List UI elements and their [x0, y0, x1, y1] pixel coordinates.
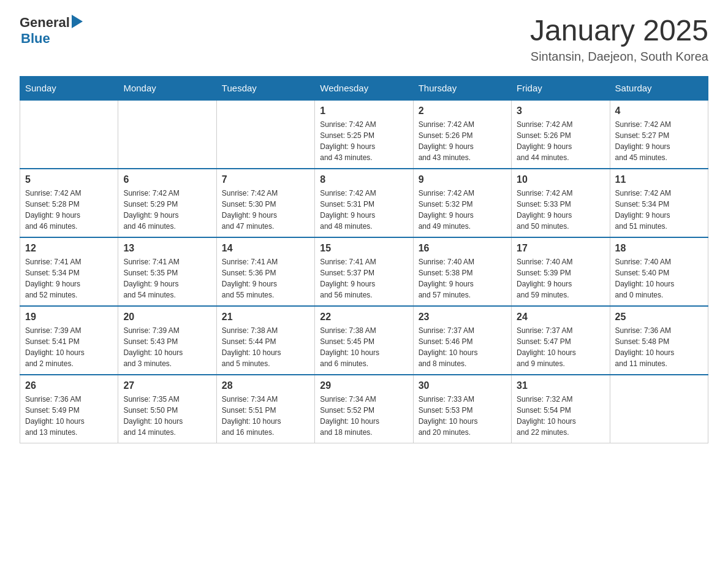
table-row: 21Sunrise: 7:38 AM Sunset: 5:44 PM Dayli… [216, 306, 314, 375]
day-info: Sunrise: 7:42 AM Sunset: 5:32 PM Dayligh… [419, 188, 506, 232]
calendar-header: Sunday Monday Tuesday Wednesday Thursday… [20, 76, 708, 100]
table-row: 31Sunrise: 7:32 AM Sunset: 5:54 PM Dayli… [512, 375, 610, 443]
table-row: 9Sunrise: 7:42 AM Sunset: 5:32 PM Daylig… [413, 169, 511, 237]
table-row: 17Sunrise: 7:40 AM Sunset: 5:39 PM Dayli… [512, 237, 610, 306]
day-info: Sunrise: 7:38 AM Sunset: 5:44 PM Dayligh… [222, 325, 309, 369]
table-row: 19Sunrise: 7:39 AM Sunset: 5:41 PM Dayli… [20, 306, 118, 375]
day-info: Sunrise: 7:40 AM Sunset: 5:38 PM Dayligh… [419, 256, 506, 301]
table-row: 11Sunrise: 7:42 AM Sunset: 5:34 PM Dayli… [610, 169, 708, 237]
day-info: Sunrise: 7:42 AM Sunset: 5:34 PM Dayligh… [615, 188, 703, 232]
table-row: 2Sunrise: 7:42 AM Sunset: 5:26 PM Daylig… [413, 100, 511, 169]
day-number: 22 [320, 312, 408, 323]
day-info: Sunrise: 7:39 AM Sunset: 5:43 PM Dayligh… [123, 325, 211, 369]
day-number: 6 [123, 174, 211, 185]
day-info: Sunrise: 7:41 AM Sunset: 5:35 PM Dayligh… [123, 256, 211, 301]
day-info: Sunrise: 7:42 AM Sunset: 5:27 PM Dayligh… [615, 119, 703, 163]
day-info: Sunrise: 7:42 AM Sunset: 5:25 PM Dayligh… [320, 119, 408, 163]
table-row: 24Sunrise: 7:37 AM Sunset: 5:47 PM Dayli… [512, 306, 610, 375]
day-number: 21 [222, 312, 309, 323]
table-row [20, 100, 118, 169]
day-number: 18 [615, 243, 703, 254]
day-info: Sunrise: 7:42 AM Sunset: 5:29 PM Dayligh… [123, 188, 211, 232]
table-row: 29Sunrise: 7:34 AM Sunset: 5:52 PM Dayli… [315, 375, 413, 443]
day-number: 19 [25, 312, 113, 323]
day-info: Sunrise: 7:41 AM Sunset: 5:36 PM Dayligh… [222, 256, 309, 301]
day-number: 3 [517, 105, 604, 117]
day-number: 10 [517, 174, 604, 185]
table-row: 7Sunrise: 7:42 AM Sunset: 5:30 PM Daylig… [216, 169, 314, 237]
table-row [216, 100, 314, 169]
day-number: 15 [320, 243, 408, 254]
day-number: 20 [123, 312, 211, 323]
table-row: 27Sunrise: 7:35 AM Sunset: 5:50 PM Dayli… [118, 375, 216, 443]
day-info: Sunrise: 7:35 AM Sunset: 5:50 PM Dayligh… [123, 394, 211, 438]
header-saturday: Saturday [610, 76, 708, 100]
table-row: 13Sunrise: 7:41 AM Sunset: 5:35 PM Dayli… [118, 237, 216, 306]
table-row: 30Sunrise: 7:33 AM Sunset: 5:53 PM Dayli… [413, 375, 511, 443]
table-row: 18Sunrise: 7:40 AM Sunset: 5:40 PM Dayli… [610, 237, 708, 306]
title-section: January 2025 Sintansin, Daejeon, South K… [530, 15, 708, 64]
table-row: 20Sunrise: 7:39 AM Sunset: 5:43 PM Dayli… [118, 306, 216, 375]
day-info: Sunrise: 7:42 AM Sunset: 5:26 PM Dayligh… [419, 119, 506, 163]
day-info: Sunrise: 7:39 AM Sunset: 5:41 PM Dayligh… [25, 325, 113, 369]
table-row: 8Sunrise: 7:42 AM Sunset: 5:31 PM Daylig… [315, 169, 413, 237]
day-info: Sunrise: 7:42 AM Sunset: 5:33 PM Dayligh… [517, 188, 604, 232]
day-info: Sunrise: 7:40 AM Sunset: 5:39 PM Dayligh… [517, 256, 604, 301]
day-number: 4 [615, 105, 703, 117]
day-number: 12 [25, 243, 113, 254]
day-number: 1 [320, 105, 408, 117]
day-info: Sunrise: 7:33 AM Sunset: 5:53 PM Dayligh… [419, 394, 506, 438]
table-row: 28Sunrise: 7:34 AM Sunset: 5:51 PM Dayli… [216, 375, 314, 443]
table-row [610, 375, 708, 443]
day-number: 24 [517, 312, 604, 323]
header-friday: Friday [512, 76, 610, 100]
day-number: 30 [419, 380, 506, 391]
day-number: 16 [419, 243, 506, 254]
logo-text-general: General [20, 15, 70, 31]
day-number: 13 [123, 243, 211, 254]
table-row: 23Sunrise: 7:37 AM Sunset: 5:46 PM Dayli… [413, 306, 511, 375]
day-number: 14 [222, 243, 309, 254]
day-info: Sunrise: 7:37 AM Sunset: 5:46 PM Dayligh… [419, 325, 506, 369]
header-sunday: Sunday [20, 76, 118, 100]
page-header: General Blue January 2025 Sintansin, Dae… [20, 15, 708, 64]
table-row: 16Sunrise: 7:40 AM Sunset: 5:38 PM Dayli… [413, 237, 511, 306]
day-number: 9 [419, 174, 506, 185]
day-info: Sunrise: 7:38 AM Sunset: 5:45 PM Dayligh… [320, 325, 408, 369]
day-info: Sunrise: 7:36 AM Sunset: 5:49 PM Dayligh… [25, 394, 113, 438]
table-row [118, 100, 216, 169]
day-info: Sunrise: 7:34 AM Sunset: 5:52 PM Dayligh… [320, 394, 408, 438]
day-info: Sunrise: 7:42 AM Sunset: 5:28 PM Dayligh… [25, 188, 113, 232]
day-number: 28 [222, 380, 309, 391]
day-number: 5 [25, 174, 113, 185]
header-wednesday: Wednesday [315, 76, 413, 100]
header-monday: Monday [118, 76, 216, 100]
table-row: 12Sunrise: 7:41 AM Sunset: 5:34 PM Dayli… [20, 237, 118, 306]
table-row: 14Sunrise: 7:41 AM Sunset: 5:36 PM Dayli… [216, 237, 314, 306]
calendar-table: Sunday Monday Tuesday Wednesday Thursday… [20, 76, 708, 443]
day-number: 17 [517, 243, 604, 254]
header-thursday: Thursday [413, 76, 511, 100]
logo-text-blue: Blue [21, 31, 50, 46]
day-info: Sunrise: 7:32 AM Sunset: 5:54 PM Dayligh… [517, 394, 604, 438]
table-row: 26Sunrise: 7:36 AM Sunset: 5:49 PM Dayli… [20, 375, 118, 443]
day-info: Sunrise: 7:42 AM Sunset: 5:26 PM Dayligh… [517, 119, 604, 163]
table-row: 3Sunrise: 7:42 AM Sunset: 5:26 PM Daylig… [512, 100, 610, 169]
table-row: 25Sunrise: 7:36 AM Sunset: 5:48 PM Dayli… [610, 306, 708, 375]
day-number: 2 [419, 105, 506, 117]
day-info: Sunrise: 7:40 AM Sunset: 5:40 PM Dayligh… [615, 256, 703, 301]
day-number: 27 [123, 380, 211, 391]
day-number: 11 [615, 174, 703, 185]
table-row: 22Sunrise: 7:38 AM Sunset: 5:45 PM Dayli… [315, 306, 413, 375]
day-info: Sunrise: 7:42 AM Sunset: 5:30 PM Dayligh… [222, 188, 309, 232]
day-number: 29 [320, 380, 408, 391]
day-number: 23 [419, 312, 506, 323]
page-subtitle: Sintansin, Daejeon, South Korea [530, 50, 708, 64]
day-info: Sunrise: 7:37 AM Sunset: 5:47 PM Dayligh… [517, 325, 604, 369]
day-number: 26 [25, 380, 113, 391]
header-tuesday: Tuesday [216, 76, 314, 100]
day-info: Sunrise: 7:34 AM Sunset: 5:51 PM Dayligh… [222, 394, 309, 438]
logo-arrow-icon [72, 15, 83, 28]
table-row: 6Sunrise: 7:42 AM Sunset: 5:29 PM Daylig… [118, 169, 216, 237]
day-number: 31 [517, 380, 604, 391]
